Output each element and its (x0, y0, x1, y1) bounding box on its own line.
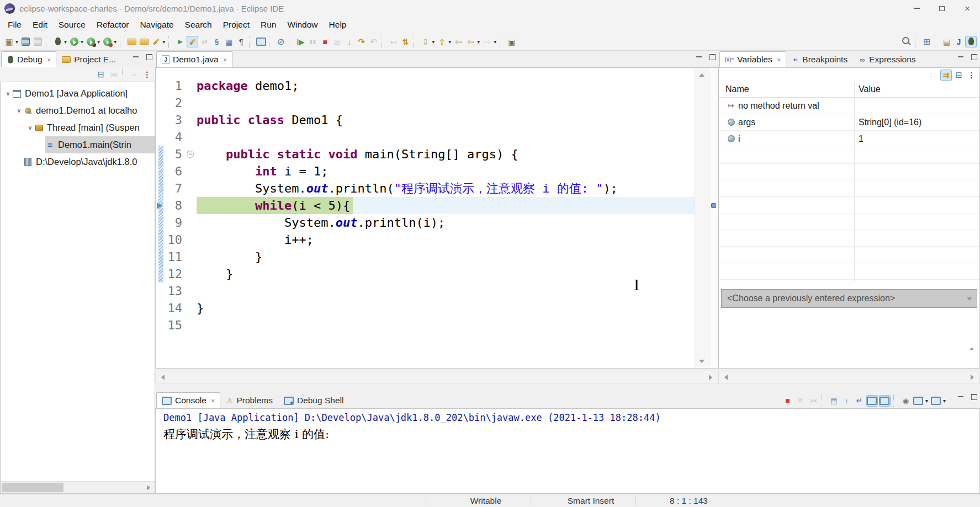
scroll-up-button[interactable] (696, 69, 708, 81)
perspective-debug-icon[interactable] (965, 36, 977, 47)
twisty-expanded-icon[interactable]: ∨ (15, 107, 23, 114)
current-line-marker[interactable] (711, 203, 716, 208)
profile-icon[interactable] (102, 36, 113, 47)
menu-refactor[interactable]: Refactor (91, 18, 135, 32)
skip-all-breakpoints-icon[interactable] (275, 36, 287, 47)
menu-help[interactable]: Help (324, 18, 352, 32)
mark-occurrences-icon[interactable] (187, 36, 198, 47)
variable-row-args[interactable]: argsString[0] (id=16) (719, 114, 979, 131)
clear-console-icon[interactable] (828, 395, 840, 407)
coverage-icon[interactable] (85, 36, 97, 47)
tab-problems[interactable]: Problems (220, 392, 278, 408)
tab-variables[interactable]: Variables× (719, 51, 786, 67)
view-menu-icon[interactable] (141, 69, 153, 81)
editor-overview-ruler[interactable] (709, 68, 718, 368)
dropdown-arrow-icon[interactable]: ▾ (81, 39, 83, 45)
close-tab-icon[interactable]: × (211, 397, 215, 405)
next-annotation-icon[interactable] (420, 36, 431, 47)
scroll-down-button[interactable] (696, 355, 708, 367)
display-selected-console-icon[interactable] (913, 395, 924, 407)
last-edit-location-icon[interactable] (453, 36, 464, 47)
minimize-view-button[interactable] (956, 393, 965, 401)
run-icon[interactable] (68, 36, 80, 47)
debug-icon[interactable] (52, 36, 63, 47)
tab-debug[interactable]: Debug× (1, 51, 56, 67)
menu-window[interactable]: Window (282, 18, 323, 32)
open-perspective-icon[interactable] (921, 36, 933, 47)
code-lines[interactable]: 1package demo1;23public class Demo1 {45−… (156, 77, 695, 334)
external-tools-icon[interactable] (174, 36, 186, 47)
scroll-right-button[interactable] (142, 482, 155, 493)
dropdown-arrow-icon[interactable]: ▾ (15, 39, 18, 45)
collapse-fold-icon[interactable]: − (187, 151, 194, 158)
dropdown-arrow-icon[interactable]: ▾ (448, 39, 451, 45)
tab-demo1-java[interactable]: Demo1.java× (156, 51, 232, 67)
show-stdout-icon[interactable] (866, 395, 878, 407)
tree-item-d-develop-java-jdk1-8-0[interactable]: D:\Develop\Java\jdk1.8.0 (1, 153, 155, 170)
minimize-view-button[interactable] (956, 53, 965, 61)
tree-item-thread-main-suspen[interactable]: ∨Thread [main] (Suspen (1, 119, 155, 136)
scroll-lock-icon[interactable] (841, 395, 852, 407)
open-task-icon[interactable] (126, 36, 137, 47)
search-icon[interactable] (901, 36, 913, 47)
close-tab-icon[interactable]: × (223, 56, 227, 64)
dropdown-arrow-icon[interactable]: ▾ (162, 39, 165, 45)
maximize-view-button[interactable] (970, 393, 978, 401)
twisty-expanded-icon[interactable]: ∨ (26, 124, 34, 131)
tab-console[interactable]: Console× (156, 392, 220, 408)
show-source-icon[interactable] (211, 36, 223, 47)
detail-pane[interactable] (719, 308, 979, 368)
menu-file[interactable]: File (2, 18, 27, 32)
scroll-right-button[interactable] (704, 371, 717, 383)
step-over-icon[interactable] (356, 36, 367, 47)
twisty-expanded-icon[interactable]: ∨ (4, 90, 12, 97)
dropdown-arrow-icon[interactable]: ▾ (114, 39, 116, 45)
perspective-java-ee-icon[interactable] (941, 36, 952, 47)
save-icon[interactable] (20, 36, 31, 47)
view-menu-icon[interactable] (966, 70, 977, 81)
tab-project-e[interactable]: Project E... (56, 51, 121, 67)
debug-tree-hscrollbar[interactable] (1, 481, 155, 493)
dropdown-arrow-icon[interactable]: ▾ (943, 398, 946, 404)
close-button[interactable]: × (955, 0, 980, 17)
menu-search[interactable]: Search (179, 18, 218, 32)
dropdown-arrow-icon[interactable]: ▾ (97, 39, 100, 45)
dropdown-arrow-icon[interactable]: ▾ (925, 398, 928, 404)
pin-editor-icon[interactable] (506, 36, 517, 47)
show-logical-structures-icon[interactable] (940, 70, 952, 81)
close-tab-icon[interactable]: × (47, 56, 51, 64)
variable-row-i[interactable]: i1 (719, 131, 979, 147)
dropdown-arrow-icon[interactable]: ▾ (64, 39, 67, 45)
tab-expressions[interactable]: Expressions (853, 51, 921, 67)
scroll-left-button[interactable] (157, 371, 169, 383)
dropdown-arrow-icon[interactable]: ▾ (494, 39, 496, 45)
tab-debug-shell[interactable]: Debug Shell (278, 392, 349, 408)
maximize-view-button[interactable] (708, 53, 717, 61)
maximize-button[interactable] (929, 0, 955, 17)
editor-hscrollbar[interactable] (155, 371, 718, 383)
word-wrap-icon[interactable] (854, 395, 865, 407)
show-whitespace-icon[interactable] (235, 36, 247, 47)
editor-vscrollbar[interactable] (695, 68, 709, 368)
scrollbar-thumb[interactable] (2, 483, 63, 492)
scroll-right-button[interactable] (966, 371, 978, 383)
use-step-filters-icon[interactable] (400, 36, 411, 47)
console-view-icon[interactable] (255, 36, 267, 47)
maximize-view-button[interactable] (970, 53, 978, 61)
collapse-all-icon[interactable] (953, 70, 965, 81)
resume-icon[interactable] (295, 36, 306, 47)
code-editor[interactable]: 1package demo1;23public class Demo1 {45−… (155, 67, 718, 369)
expression-combo[interactable]: <Choose a previously entered expression> (721, 289, 977, 308)
tree-item-demo1-java-application[interactable]: ∨Demo1 [Java Application] (1, 85, 155, 102)
collapse-all-icon[interactable] (95, 69, 107, 81)
new-wizard-icon[interactable] (3, 36, 15, 47)
menu-edit[interactable]: Edit (27, 18, 53, 32)
maximize-view-button[interactable] (145, 53, 153, 61)
menu-source[interactable]: Source (53, 18, 91, 32)
minimize-view-button[interactable] (695, 53, 703, 61)
show-stderr-icon[interactable] (879, 395, 891, 407)
console-output[interactable]: Demo1 [Java Application] D:\Develop\Java… (155, 408, 980, 494)
open-console-icon[interactable] (930, 395, 942, 407)
back-icon[interactable] (465, 36, 476, 47)
terminate-icon[interactable] (319, 36, 331, 47)
